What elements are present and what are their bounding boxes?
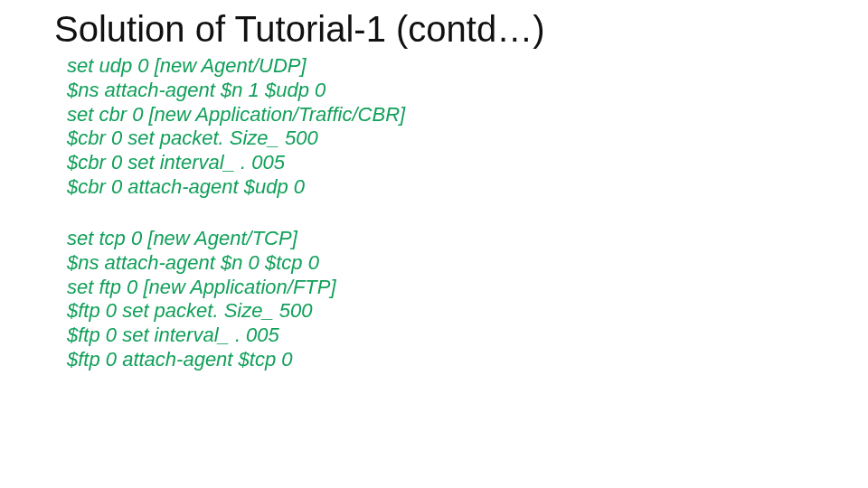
code-line: $cbr 0 set interval_ . 005: [67, 151, 814, 175]
slide-title: Solution of Tutorial-1 (contd…): [54, 9, 814, 49]
code-line: $ns attach-agent $n 1 $udp 0: [67, 79, 814, 103]
code-line: $ns attach-agent $n 0 $tcp 0: [67, 251, 814, 276]
code-line: set ftp 0 [new Application/FTP]: [67, 276, 814, 300]
code-line: $ftp 0 set interval_ . 005: [67, 324, 814, 348]
code-line: $cbr 0 attach-agent $udp 0: [67, 175, 814, 200]
slide: Solution of Tutorial-1 (contd…) set udp …: [0, 0, 868, 488]
code-block-udp: set udp 0 [new Agent/UDP] $ns attach-age…: [67, 54, 814, 200]
code-line: $ftp 0 attach-agent $tcp 0: [67, 348, 814, 372]
code-line: set udp 0 [new Agent/UDP]: [67, 54, 814, 79]
code-line: $cbr 0 set packet. Size_ 500: [67, 127, 814, 151]
code-block-tcp: set tcp 0 [new Agent/TCP] $ns attach-age…: [67, 227, 814, 372]
code-line: set cbr 0 [new Application/Traffic/CBR]: [67, 103, 814, 127]
code-line: $ftp 0 set packet. Size_ 500: [67, 299, 814, 324]
code-line: set tcp 0 [new Agent/TCP]: [67, 227, 814, 251]
